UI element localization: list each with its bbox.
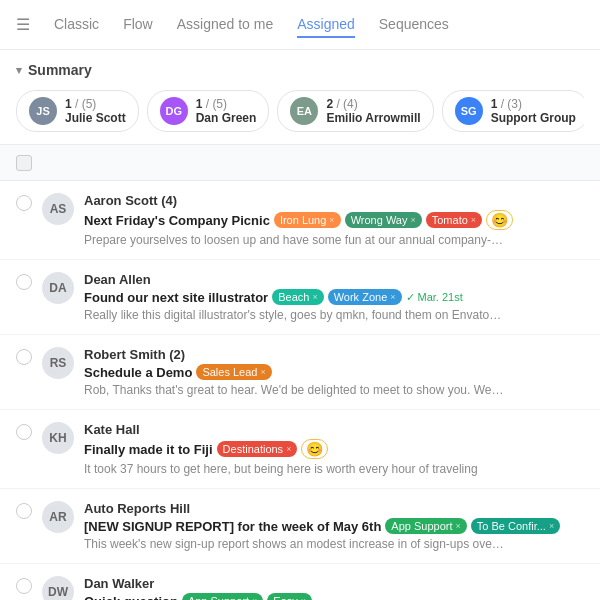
summary-header[interactable]: ▾ Summary [16, 62, 584, 78]
conversation-item[interactable]: DADean AllenFound our next site illustra… [0, 260, 600, 335]
conversation-preview: Rob, Thanks that's great to hear. We'd b… [84, 383, 504, 397]
label-tag: App Support × [385, 518, 466, 534]
agent-count: 1 / (5) [65, 97, 126, 111]
label-tag: Wrong Way × [345, 212, 422, 228]
avatar: EA [290, 97, 318, 125]
label-tag: Destinations × [217, 441, 298, 457]
agent-cards: JS1 / (5)Julie ScottDG1 / (5)Dan GreenEA… [16, 90, 584, 132]
conversation-item[interactable]: DWDan WalkerQuick questionApp Support ×E… [0, 564, 600, 600]
conversation-item[interactable]: ASAaron Scott (4)Next Friday's Company P… [0, 181, 600, 260]
conversation-checkbox[interactable] [16, 503, 32, 519]
label-tag: To Be Confir... × [471, 518, 560, 534]
label-tag: Work Zone × [328, 289, 402, 305]
agent-card[interactable]: JS1 / (5)Julie Scott [16, 90, 139, 132]
conversation-subject: Next Friday's Company Picnic [84, 213, 270, 228]
summary-section: ▾ Summary JS1 / (5)Julie ScottDG1 / (5)D… [0, 50, 600, 145]
agent-name: Julie Scott [65, 111, 126, 125]
top-navigation: ☰ ClassicFlowAssigned to meAssignedSeque… [0, 0, 600, 50]
conversation-item[interactable]: RSRobert Smith (2)Schedule a DemoSales L… [0, 335, 600, 410]
agent-card[interactable]: EA2 / (4)Emilio Arrowmill [277, 90, 433, 132]
label-tag: Easy × [267, 593, 312, 600]
conversation-item[interactable]: ARAuto Reports Hill[NEW SIGNUP REPORT] f… [0, 489, 600, 564]
nav-tab-assigned[interactable]: Assigned [297, 12, 355, 38]
conversation-sender: Auto Reports Hill [84, 501, 584, 516]
emoji-tag: 😊 [486, 210, 513, 230]
select-all-checkbox[interactable] [16, 155, 32, 171]
conversation-subject: Quick question [84, 594, 178, 601]
conversation-preview: This week's new sign-up report shows an … [84, 537, 504, 551]
agent-name: Emilio Arrowmill [326, 111, 420, 125]
conversation-sender: Robert Smith (2) [84, 347, 584, 362]
conversation-preview: Prepare yourselves to loosen up and have… [84, 233, 504, 247]
nav-tab-classic[interactable]: Classic [54, 12, 99, 38]
conversation-sender: Dan Walker [84, 576, 584, 591]
conversation-subject: [NEW SIGNUP REPORT] for the week of May … [84, 519, 381, 534]
agent-card[interactable]: SG1 / (3)Support Group [442, 90, 584, 132]
label-tag: Sales Lead × [196, 364, 271, 380]
summary-title: Summary [28, 62, 92, 78]
conversation-sender: Dean Allen [84, 272, 584, 287]
label-tag: App Support × [182, 593, 263, 600]
label-tag: Tomato × [426, 212, 482, 228]
agent-name: Support Group [491, 111, 576, 125]
nav-tab-sequences[interactable]: Sequences [379, 12, 449, 38]
avatar: RS [42, 347, 74, 379]
conversation-list: ASAaron Scott (4)Next Friday's Company P… [0, 181, 600, 600]
avatar: JS [29, 97, 57, 125]
avatar: KH [42, 422, 74, 454]
conversation-checkbox[interactable] [16, 349, 32, 365]
agent-name: Dan Green [196, 111, 257, 125]
avatar: SG [455, 97, 483, 125]
avatar: DW [42, 576, 74, 600]
avatar: AR [42, 501, 74, 533]
date-tag: Mar. 21st [406, 291, 463, 304]
conversation-subject: Found our next site illustrator [84, 290, 268, 305]
conversation-checkbox[interactable] [16, 424, 32, 440]
emoji-tag: 😊 [301, 439, 328, 459]
conversation-preview: It took 37 hours to get here, but being … [84, 462, 504, 476]
nav-tab-assigned-to-me[interactable]: Assigned to me [177, 12, 274, 38]
conversation-preview: Really like this digital illustrator's s… [84, 308, 504, 322]
chevron-icon: ▾ [16, 64, 22, 77]
conversation-subject: Schedule a Demo [84, 365, 192, 380]
menu-icon[interactable]: ☰ [16, 15, 30, 34]
nav-tab-flow[interactable]: Flow [123, 12, 153, 38]
avatar: AS [42, 193, 74, 225]
conversation-subject: Finally made it to Fiji [84, 442, 213, 457]
avatar: DA [42, 272, 74, 304]
conversation-list-header [0, 145, 600, 181]
conversation-sender: Kate Hall [84, 422, 584, 437]
conversation-checkbox[interactable] [16, 578, 32, 594]
agent-count: 1 / (5) [196, 97, 257, 111]
conversation-item[interactable]: KHKate HallFinally made it to FijiDestin… [0, 410, 600, 489]
nav-tabs: ClassicFlowAssigned to meAssignedSequenc… [54, 0, 449, 49]
label-tag: Beach × [272, 289, 323, 305]
label-tag: Iron Lung × [274, 212, 341, 228]
avatar: DG [160, 97, 188, 125]
conversation-sender: Aaron Scott (4) [84, 193, 584, 208]
conversation-checkbox[interactable] [16, 274, 32, 290]
conversation-checkbox[interactable] [16, 195, 32, 211]
agent-card[interactable]: DG1 / (5)Dan Green [147, 90, 270, 132]
agent-count: 1 / (3) [491, 97, 576, 111]
agent-count: 2 / (4) [326, 97, 420, 111]
